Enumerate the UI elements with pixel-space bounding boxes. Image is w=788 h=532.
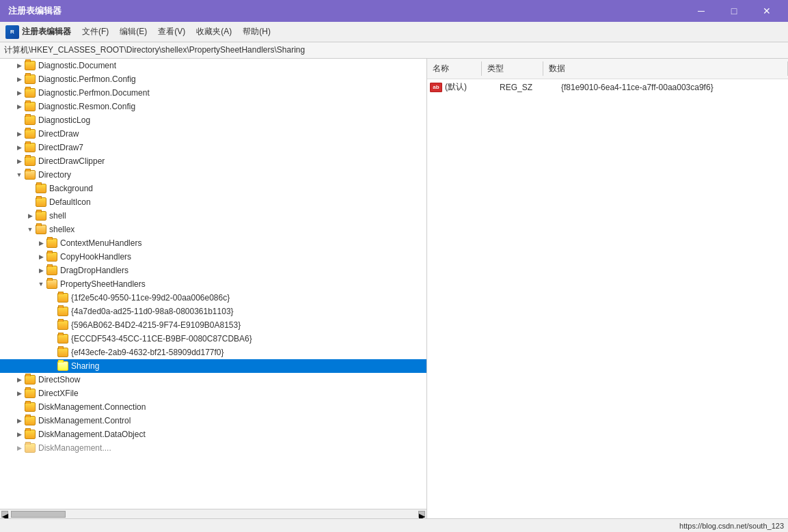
tree-item-background[interactable]: Background	[0, 182, 426, 195]
expand-icon[interactable]	[14, 429, 25, 440]
folder-icon	[46, 238, 57, 248]
menu-favorites[interactable]: 收藏夹(A)	[191, 23, 237, 40]
tree-hscroll[interactable]: ◀ ▶	[0, 509, 426, 518]
tree-item-dragdrophandlers[interactable]: DragDropHandlers	[0, 264, 426, 277]
tree-item-directxfile[interactable]: DirectXFile	[0, 387, 426, 400]
tree-item-guid2[interactable]: {4a7ded0a-ad25-11d0-98a8-0800361b1103}	[0, 305, 426, 318]
item-label: Diagnostic.Resmon.Config	[38, 102, 135, 111]
maximize-button[interactable]: □	[718, 0, 750, 22]
item-label: shellex	[49, 225, 74, 234]
expand-icon[interactable]	[14, 142, 25, 153]
expand-icon[interactable]	[36, 238, 46, 249]
tree-item-directdrawclipper[interactable]: DirectDrawClipper	[0, 154, 426, 168]
registry-row[interactable]: ab (默认) REG_SZ {f81e9010-6ea4-11ce-a7ff-…	[427, 79, 788, 95]
tree-item-diagnostic-perfmon-config[interactable]: Diagnostic.Perfmon.Config	[0, 72, 426, 86]
item-label: {ef43ecfe-2ab9-4632-bf21-58909dd177f0}	[71, 348, 224, 357]
window: R 注册表编辑器 文件(F) 编辑(E) 查看(V) 收藏夹(A) 帮助(H) …	[0, 22, 788, 532]
menu-view[interactable]: 查看(V)	[152, 23, 191, 40]
item-label: DirectDraw	[38, 129, 79, 139]
tree-item-directory[interactable]: Directory	[0, 168, 426, 182]
item-label: DiskManagement.DataObject	[38, 430, 146, 439]
tree-item-diagnostic-perfmon-doc[interactable]: Diagnostic.Perfmon.Document	[0, 86, 426, 100]
menu-bar: R 注册表编辑器 文件(F) 编辑(E) 查看(V) 收藏夹(A) 帮助(H)	[0, 22, 788, 42]
hscroll-right-arrow[interactable]: ▶	[418, 511, 425, 518]
tree-item-shell[interactable]: shell	[0, 209, 426, 223]
expand-icon[interactable]	[14, 101, 25, 112]
tree-item-guid3[interactable]: {596AB062-B4D2-4215-9F74-E9109B0A8153}	[0, 318, 426, 332]
tree-item-propertysheethandlers[interactable]: PropertySheetHandlers	[0, 277, 426, 291]
hscroll-thumb[interactable]	[11, 511, 66, 518]
tree-item-guid1[interactable]: {1f2e5c40-9550-11ce-99d2-00aa006e086c}	[0, 291, 426, 305]
folder-icon	[25, 170, 36, 180]
item-label: Diagnostic.Perfmon.Config	[38, 74, 136, 84]
menu-help[interactable]: 帮助(H)	[237, 23, 276, 40]
tree-item-diskmgmt-connection[interactable]: DiskManagement.Connection	[0, 400, 426, 414]
item-label: DirectXFile	[38, 389, 79, 398]
item-label: {ECCDF543-45CC-11CE-B9BF-0080C87CDBA6}	[71, 334, 252, 344]
tree-item-guid5[interactable]: {ef43ecfe-2ab9-4632-bf21-58909dd177f0}	[0, 346, 426, 359]
tree-item-contextmenuhandlers[interactable]: ContextMenuHandlers	[0, 236, 426, 250]
reg-value-type: REG_SZ	[500, 83, 561, 92]
tree-item-sharing[interactable]: Sharing	[0, 359, 426, 373]
tree-item-diskmgmt-control[interactable]: DiskManagement.Control	[0, 414, 426, 428]
expand-icon[interactable]	[14, 74, 25, 85]
expand-icon[interactable]	[14, 60, 25, 71]
close-button[interactable]: ✕	[751, 0, 783, 22]
menu-file[interactable]: 文件(F)	[77, 23, 114, 40]
folder-icon	[25, 156, 36, 166]
expand-icon[interactable]	[14, 388, 25, 399]
folder-icon	[25, 375, 36, 384]
expand-icon[interactable]	[36, 265, 46, 276]
tree-item-guid4[interactable]: {ECCDF543-45CC-11CE-B9BF-0080C87CDBA6}	[0, 332, 426, 346]
menu-edit[interactable]: 编辑(E)	[114, 23, 152, 40]
tree-item-diagnostic-resmon[interactable]: Diagnostic.Resmon.Config	[0, 100, 426, 113]
hscroll-left-arrow[interactable]: ◀	[1, 511, 8, 518]
expand-icon[interactable]	[14, 374, 25, 385]
item-label: DiskManagement....	[38, 443, 111, 453]
col-header-data[interactable]: 数据	[543, 61, 788, 76]
folder-icon	[36, 211, 46, 221]
col-header-type[interactable]: 类型	[482, 61, 543, 76]
minimize-button[interactable]: ─	[685, 0, 717, 22]
folder-icon	[25, 402, 36, 412]
tree-item-directshow[interactable]: DirectShow	[0, 373, 426, 387]
app-icon: R	[5, 25, 19, 39]
folder-icon	[25, 61, 36, 70]
tree-item-partial[interactable]: DiskManagement....	[0, 441, 426, 455]
folder-icon	[57, 334, 68, 344]
item-label: DirectDrawClipper	[38, 156, 105, 166]
expand-icon[interactable]	[36, 251, 46, 262]
tree-item-directdraw7[interactable]: DirectDraw7	[0, 141, 426, 154]
expand-icon[interactable]	[14, 415, 25, 426]
status-bar: https://blog.csdn.net/south_123	[0, 518, 788, 532]
folder-icon	[57, 320, 68, 330]
tree-item-diagnosticlog[interactable]: DiagnosticLog	[0, 113, 426, 127]
item-label: DiskManagement.Control	[38, 416, 131, 425]
tree-item-diskmgmt-dataobject[interactable]: DiskManagement.DataObject	[0, 428, 426, 441]
folder-icon	[25, 115, 36, 125]
expand-icon[interactable]	[25, 224, 36, 235]
col-header-name[interactable]: 名称	[427, 61, 482, 76]
tree-item-diagnostic-doc[interactable]: Diagnostic.Document	[0, 59, 426, 72]
expand-icon[interactable]	[36, 279, 46, 290]
expand-icon[interactable]	[14, 128, 25, 139]
item-label: Background	[49, 184, 93, 193]
folder-icon	[25, 430, 36, 439]
right-header: 名称 类型 数据	[427, 59, 788, 79]
tree-item-copyhookhandlers[interactable]: CopyHookHandlers	[0, 250, 426, 264]
tree-item-shellex[interactable]: shellex	[0, 223, 426, 236]
item-label: Diagnostic.Document	[38, 61, 116, 70]
item-label: DefaultIcon	[49, 197, 91, 207]
item-label: DiagnosticLog	[38, 115, 90, 125]
hscroll-track[interactable]	[10, 511, 417, 518]
expand-icon[interactable]	[25, 210, 36, 221]
expand-icon[interactable]	[14, 87, 25, 98]
tree-scroll[interactable]: Diagnostic.Document Diagnostic.Perfmon.C…	[0, 59, 426, 509]
folder-icon	[25, 143, 36, 152]
tree-item-directdraw[interactable]: DirectDraw	[0, 127, 426, 141]
folder-icon	[57, 361, 68, 371]
folder-icon	[25, 443, 36, 453]
expand-icon[interactable]	[14, 156, 25, 167]
tree-item-defaulticon[interactable]: DefaultIcon	[0, 195, 426, 209]
expand-icon[interactable]	[14, 169, 25, 180]
